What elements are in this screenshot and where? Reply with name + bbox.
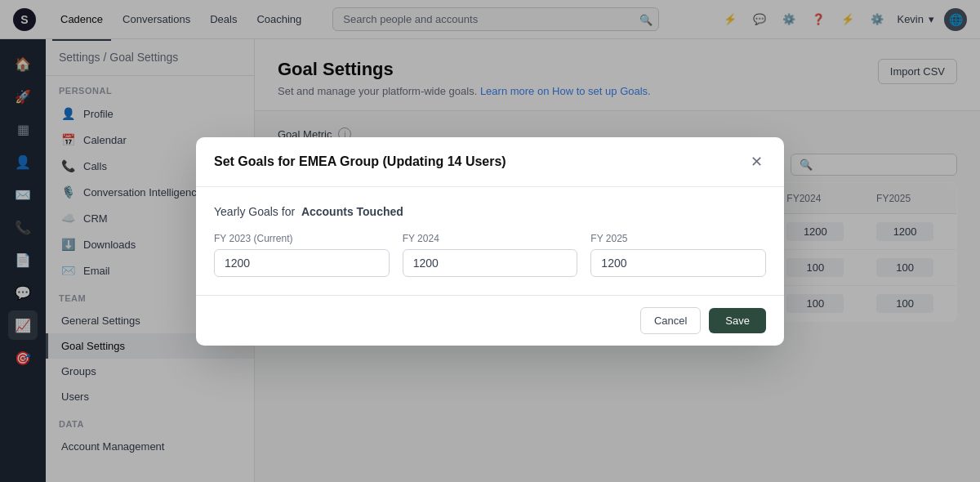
fy2025-label: FY 2025 bbox=[590, 233, 766, 244]
modal-metric-bold: Accounts Touched bbox=[301, 205, 403, 218]
modal-close-button[interactable]: ✕ bbox=[746, 152, 766, 172]
cancel-button[interactable]: Cancel bbox=[640, 307, 701, 334]
modal-body: Yearly Goals for Accounts Touched FY 202… bbox=[196, 187, 784, 295]
fy-field-2024: FY 2024 bbox=[403, 233, 578, 277]
modal-section-title: Yearly Goals for Accounts Touched bbox=[214, 205, 766, 218]
modal: Set Goals for EMEA Group (Updating 14 Us… bbox=[196, 137, 784, 346]
modal-overlay: Set Goals for EMEA Group (Updating 14 Us… bbox=[0, 0, 980, 482]
modal-section-label: Yearly Goals for bbox=[214, 205, 295, 218]
fy2023-input[interactable] bbox=[214, 249, 390, 277]
fy-field-2023: FY 2023 (Current) bbox=[214, 233, 390, 277]
modal-title: Set Goals for EMEA Group (Updating 14 Us… bbox=[214, 154, 506, 169]
fy2024-input[interactable] bbox=[403, 249, 578, 277]
fy2025-input[interactable] bbox=[590, 249, 766, 277]
fy-fields: FY 2023 (Current) FY 2024 FY 2025 bbox=[214, 233, 766, 277]
fy2023-label: FY 2023 (Current) bbox=[214, 233, 390, 244]
fy2024-label: FY 2024 bbox=[403, 233, 578, 244]
modal-footer: Cancel Save bbox=[196, 295, 784, 346]
fy-field-2025: FY 2025 bbox=[590, 233, 766, 277]
modal-header: Set Goals for EMEA Group (Updating 14 Us… bbox=[196, 137, 784, 187]
save-button[interactable]: Save bbox=[709, 308, 766, 333]
